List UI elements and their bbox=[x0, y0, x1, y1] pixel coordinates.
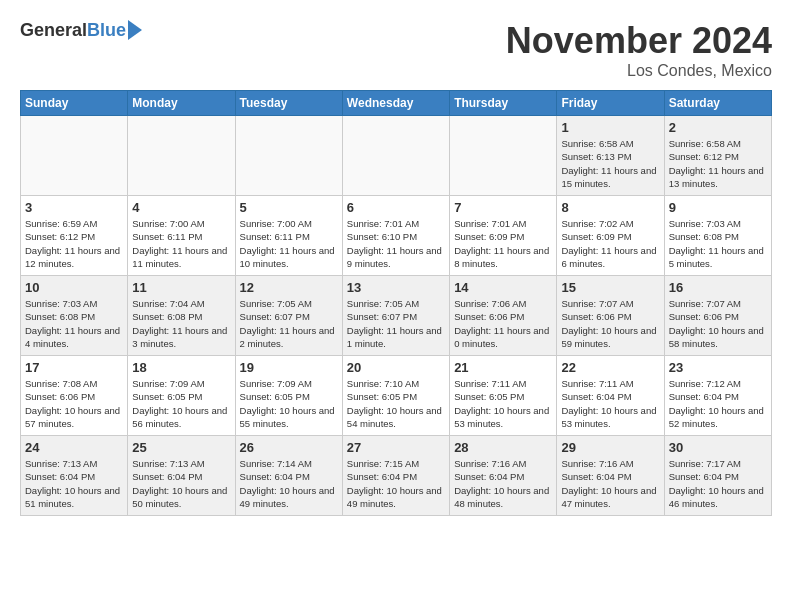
calendar-cell: 21Sunrise: 7:11 AM Sunset: 6:05 PM Dayli… bbox=[450, 356, 557, 436]
calendar-cell: 25Sunrise: 7:13 AM Sunset: 6:04 PM Dayli… bbox=[128, 436, 235, 516]
day-number: 24 bbox=[25, 440, 123, 455]
day-number: 5 bbox=[240, 200, 338, 215]
calendar-cell: 30Sunrise: 7:17 AM Sunset: 6:04 PM Dayli… bbox=[664, 436, 771, 516]
calendar-cell: 23Sunrise: 7:12 AM Sunset: 6:04 PM Dayli… bbox=[664, 356, 771, 436]
day-number: 18 bbox=[132, 360, 230, 375]
day-info: Sunrise: 7:10 AM Sunset: 6:05 PM Dayligh… bbox=[347, 377, 445, 430]
day-info: Sunrise: 7:11 AM Sunset: 6:05 PM Dayligh… bbox=[454, 377, 552, 430]
day-number: 20 bbox=[347, 360, 445, 375]
day-info: Sunrise: 7:14 AM Sunset: 6:04 PM Dayligh… bbox=[240, 457, 338, 510]
calendar-cell: 29Sunrise: 7:16 AM Sunset: 6:04 PM Dayli… bbox=[557, 436, 664, 516]
calendar-cell: 22Sunrise: 7:11 AM Sunset: 6:04 PM Dayli… bbox=[557, 356, 664, 436]
day-number: 15 bbox=[561, 280, 659, 295]
day-number: 11 bbox=[132, 280, 230, 295]
day-number: 8 bbox=[561, 200, 659, 215]
day-number: 1 bbox=[561, 120, 659, 135]
calendar-cell: 4Sunrise: 7:00 AM Sunset: 6:11 PM Daylig… bbox=[128, 196, 235, 276]
day-number: 10 bbox=[25, 280, 123, 295]
day-info: Sunrise: 7:02 AM Sunset: 6:09 PM Dayligh… bbox=[561, 217, 659, 270]
calendar-cell bbox=[128, 116, 235, 196]
day-of-week-header: Thursday bbox=[450, 91, 557, 116]
day-number: 26 bbox=[240, 440, 338, 455]
day-info: Sunrise: 7:03 AM Sunset: 6:08 PM Dayligh… bbox=[669, 217, 767, 270]
calendar-cell: 19Sunrise: 7:09 AM Sunset: 6:05 PM Dayli… bbox=[235, 356, 342, 436]
calendar-cell: 8Sunrise: 7:02 AM Sunset: 6:09 PM Daylig… bbox=[557, 196, 664, 276]
calendar-cell: 7Sunrise: 7:01 AM Sunset: 6:09 PM Daylig… bbox=[450, 196, 557, 276]
day-info: Sunrise: 7:05 AM Sunset: 6:07 PM Dayligh… bbox=[240, 297, 338, 350]
day-info: Sunrise: 7:00 AM Sunset: 6:11 PM Dayligh… bbox=[240, 217, 338, 270]
day-info: Sunrise: 7:11 AM Sunset: 6:04 PM Dayligh… bbox=[561, 377, 659, 430]
calendar-cell bbox=[342, 116, 449, 196]
day-info: Sunrise: 7:03 AM Sunset: 6:08 PM Dayligh… bbox=[25, 297, 123, 350]
day-info: Sunrise: 7:08 AM Sunset: 6:06 PM Dayligh… bbox=[25, 377, 123, 430]
calendar-cell bbox=[450, 116, 557, 196]
logo-arrow-icon bbox=[128, 20, 142, 40]
day-number: 4 bbox=[132, 200, 230, 215]
day-of-week-header: Monday bbox=[128, 91, 235, 116]
day-info: Sunrise: 6:58 AM Sunset: 6:12 PM Dayligh… bbox=[669, 137, 767, 190]
day-of-week-header: Friday bbox=[557, 91, 664, 116]
day-info: Sunrise: 6:59 AM Sunset: 6:12 PM Dayligh… bbox=[25, 217, 123, 270]
calendar-cell: 3Sunrise: 6:59 AM Sunset: 6:12 PM Daylig… bbox=[21, 196, 128, 276]
calendar-cell: 10Sunrise: 7:03 AM Sunset: 6:08 PM Dayli… bbox=[21, 276, 128, 356]
calendar-cell: 12Sunrise: 7:05 AM Sunset: 6:07 PM Dayli… bbox=[235, 276, 342, 356]
calendar-cell: 5Sunrise: 7:00 AM Sunset: 6:11 PM Daylig… bbox=[235, 196, 342, 276]
day-info: Sunrise: 7:13 AM Sunset: 6:04 PM Dayligh… bbox=[25, 457, 123, 510]
calendar-cell: 15Sunrise: 7:07 AM Sunset: 6:06 PM Dayli… bbox=[557, 276, 664, 356]
day-number: 25 bbox=[132, 440, 230, 455]
day-info: Sunrise: 7:07 AM Sunset: 6:06 PM Dayligh… bbox=[561, 297, 659, 350]
title-block: November 2024 Los Condes, Mexico bbox=[506, 20, 772, 80]
calendar-cell: 1Sunrise: 6:58 AM Sunset: 6:13 PM Daylig… bbox=[557, 116, 664, 196]
calendar-cell: 9Sunrise: 7:03 AM Sunset: 6:08 PM Daylig… bbox=[664, 196, 771, 276]
calendar-cell: 16Sunrise: 7:07 AM Sunset: 6:06 PM Dayli… bbox=[664, 276, 771, 356]
day-number: 23 bbox=[669, 360, 767, 375]
day-info: Sunrise: 7:09 AM Sunset: 6:05 PM Dayligh… bbox=[132, 377, 230, 430]
day-number: 12 bbox=[240, 280, 338, 295]
day-info: Sunrise: 7:09 AM Sunset: 6:05 PM Dayligh… bbox=[240, 377, 338, 430]
day-info: Sunrise: 6:58 AM Sunset: 6:13 PM Dayligh… bbox=[561, 137, 659, 190]
day-info: Sunrise: 7:13 AM Sunset: 6:04 PM Dayligh… bbox=[132, 457, 230, 510]
day-info: Sunrise: 7:01 AM Sunset: 6:09 PM Dayligh… bbox=[454, 217, 552, 270]
day-of-week-header: Wednesday bbox=[342, 91, 449, 116]
day-info: Sunrise: 7:00 AM Sunset: 6:11 PM Dayligh… bbox=[132, 217, 230, 270]
calendar-cell: 27Sunrise: 7:15 AM Sunset: 6:04 PM Dayli… bbox=[342, 436, 449, 516]
calendar-cell: 6Sunrise: 7:01 AM Sunset: 6:10 PM Daylig… bbox=[342, 196, 449, 276]
calendar-cell: 13Sunrise: 7:05 AM Sunset: 6:07 PM Dayli… bbox=[342, 276, 449, 356]
day-number: 7 bbox=[454, 200, 552, 215]
day-number: 16 bbox=[669, 280, 767, 295]
day-number: 9 bbox=[669, 200, 767, 215]
day-number: 3 bbox=[25, 200, 123, 215]
calendar-cell: 17Sunrise: 7:08 AM Sunset: 6:06 PM Dayli… bbox=[21, 356, 128, 436]
calendar-cell bbox=[21, 116, 128, 196]
day-number: 19 bbox=[240, 360, 338, 375]
day-of-week-header: Tuesday bbox=[235, 91, 342, 116]
day-info: Sunrise: 7:16 AM Sunset: 6:04 PM Dayligh… bbox=[454, 457, 552, 510]
day-number: 27 bbox=[347, 440, 445, 455]
day-number: 22 bbox=[561, 360, 659, 375]
day-info: Sunrise: 7:15 AM Sunset: 6:04 PM Dayligh… bbox=[347, 457, 445, 510]
day-info: Sunrise: 7:16 AM Sunset: 6:04 PM Dayligh… bbox=[561, 457, 659, 510]
day-number: 28 bbox=[454, 440, 552, 455]
calendar-cell: 24Sunrise: 7:13 AM Sunset: 6:04 PM Dayli… bbox=[21, 436, 128, 516]
day-number: 29 bbox=[561, 440, 659, 455]
day-number: 17 bbox=[25, 360, 123, 375]
logo: General Blue bbox=[20, 20, 142, 41]
day-of-week-header: Sunday bbox=[21, 91, 128, 116]
day-info: Sunrise: 7:12 AM Sunset: 6:04 PM Dayligh… bbox=[669, 377, 767, 430]
calendar-cell: 14Sunrise: 7:06 AM Sunset: 6:06 PM Dayli… bbox=[450, 276, 557, 356]
day-info: Sunrise: 7:01 AM Sunset: 6:10 PM Dayligh… bbox=[347, 217, 445, 270]
day-info: Sunrise: 7:06 AM Sunset: 6:06 PM Dayligh… bbox=[454, 297, 552, 350]
calendar-cell: 28Sunrise: 7:16 AM Sunset: 6:04 PM Dayli… bbox=[450, 436, 557, 516]
day-info: Sunrise: 7:04 AM Sunset: 6:08 PM Dayligh… bbox=[132, 297, 230, 350]
location-subtitle: Los Condes, Mexico bbox=[506, 62, 772, 80]
day-number: 6 bbox=[347, 200, 445, 215]
page-header: General Blue November 2024 Los Condes, M… bbox=[20, 20, 772, 80]
day-info: Sunrise: 7:05 AM Sunset: 6:07 PM Dayligh… bbox=[347, 297, 445, 350]
day-of-week-header: Saturday bbox=[664, 91, 771, 116]
calendar-cell bbox=[235, 116, 342, 196]
calendar-cell: 26Sunrise: 7:14 AM Sunset: 6:04 PM Dayli… bbox=[235, 436, 342, 516]
day-number: 21 bbox=[454, 360, 552, 375]
day-number: 2 bbox=[669, 120, 767, 135]
month-title: November 2024 bbox=[506, 20, 772, 62]
logo-blue-text: Blue bbox=[87, 20, 126, 41]
